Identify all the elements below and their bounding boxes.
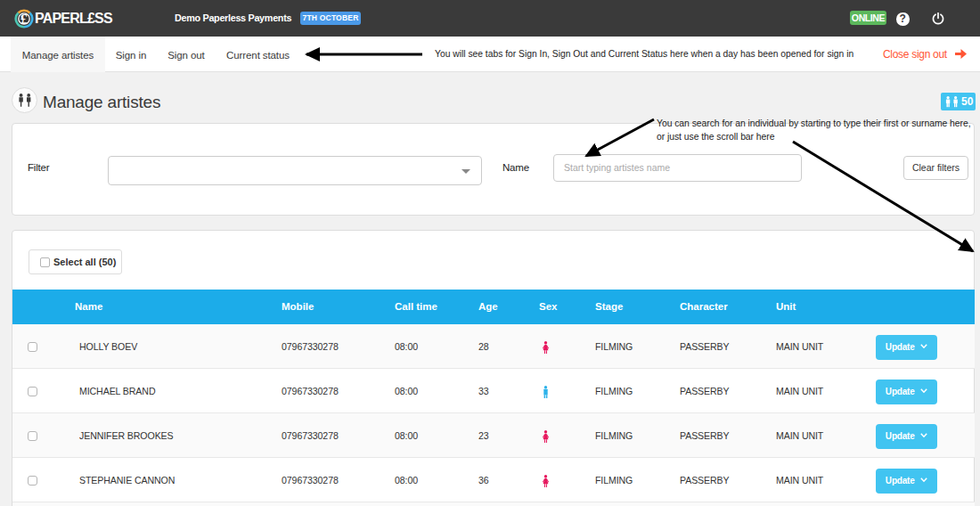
svg-text:£: £ [20,11,29,28]
